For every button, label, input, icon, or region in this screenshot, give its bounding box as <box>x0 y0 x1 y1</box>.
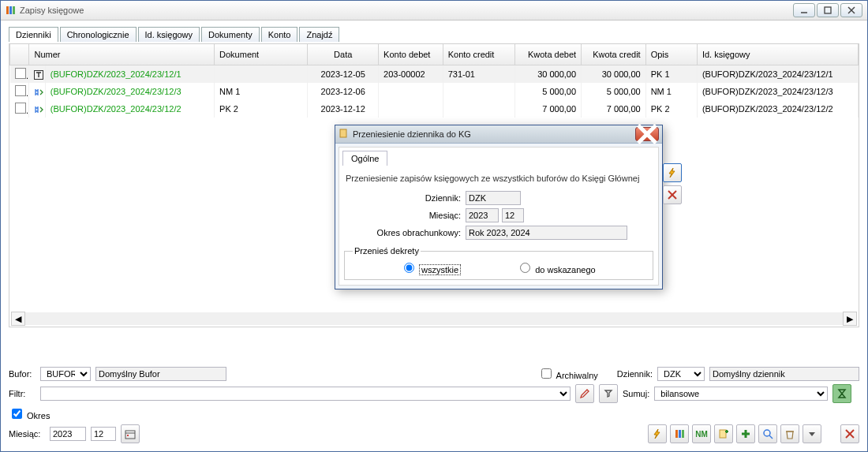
calendar-icon[interactable] <box>121 424 140 443</box>
col-konto-debet[interactable]: Konto debet <box>379 44 443 65</box>
archiwalny-label: Archiwalny <box>556 371 598 380</box>
dziennik-desc <box>709 367 859 381</box>
cell-konto-credit: 731-01 <box>443 65 515 84</box>
radio-do-wskazanego[interactable]: do wskazanego <box>516 260 596 275</box>
cell-id-ksiegowy: (BUFOR)DZK/2023_2024/23/12/2 <box>697 100 858 118</box>
nm-icon[interactable]: NM <box>692 424 711 443</box>
add-doc-icon[interactable] <box>714 424 733 443</box>
okres-label: Okres <box>27 411 50 420</box>
horizontal-scrollbar[interactable]: ◀ ▶ <box>11 312 857 325</box>
cell-numer[interactable]: (BUFOR)DZK/2023_2024/23/12/1 <box>45 65 214 84</box>
svg-rect-2 <box>13 6 15 14</box>
minimize-button[interactable] <box>793 3 815 17</box>
trash-menu-icon[interactable] <box>803 424 821 443</box>
cell-kwota-credit: 7 000,00 <box>582 100 646 118</box>
trash-icon[interactable] <box>780 424 799 443</box>
cell-konto-credit <box>443 83 515 100</box>
scroll-track[interactable] <box>25 312 843 325</box>
tab-idksiegowy[interactable]: Id. księgowy <box>138 27 200 42</box>
cell-dokument: PK 2 <box>215 100 308 118</box>
month-input[interactable] <box>91 427 116 441</box>
dialog-icon <box>339 128 350 140</box>
row-type-icon <box>29 83 45 100</box>
scroll-left-icon[interactable]: ◀ <box>11 312 25 326</box>
table-row[interactable]: (BUFOR)DZK/2023_2024/23/12/3NM 12023-12-… <box>10 83 859 100</box>
bufor-desc <box>95 367 226 381</box>
cell-kwota-debet: 7 000,00 <box>515 100 582 118</box>
table-row[interactable]: (BUFOR)DZK/2023_2024/23/12/12023-12-0520… <box>10 65 859 84</box>
col-kwota-credit[interactable]: Kwota credit <box>582 44 646 65</box>
row-checkbox[interactable] <box>15 85 26 96</box>
filter-tool-icon[interactable] <box>599 384 618 403</box>
miesiac-label: Miesiąc: <box>9 429 45 439</box>
plus-icon[interactable] <box>736 424 755 443</box>
archiwalny-checkbox[interactable]: Archiwalny <box>538 366 598 381</box>
svg-point-15 <box>764 430 770 436</box>
row-checkbox[interactable] <box>15 103 26 114</box>
dialog-month-input <box>502 208 524 222</box>
filtr-label: Filtr: <box>9 389 36 398</box>
maximize-button[interactable] <box>817 3 839 17</box>
col-opis[interactable]: Opis <box>645 44 697 65</box>
dialog-titlebar[interactable]: Przeniesienie dziennika do KG <box>335 125 662 144</box>
titlebar[interactable]: Zapisy księgowe <box>1 1 867 21</box>
col-id-ksiegowy[interactable]: Id. księgowy <box>697 44 858 65</box>
bufor-select[interactable]: BUFOR <box>40 367 91 381</box>
dialog-legend: Przenieś dekrety <box>353 246 421 256</box>
col-dokument[interactable]: Dokument <box>215 44 308 65</box>
svg-rect-20 <box>340 129 346 137</box>
filter-edit-icon[interactable] <box>575 384 594 403</box>
dialog-fieldset: Przenieś dekrety wszystkie do wskazanego <box>344 246 653 280</box>
sumuj-select[interactable]: bilansowe <box>654 387 828 401</box>
col-kwota-debet[interactable]: Kwota debet <box>515 44 582 65</box>
tab-konto[interactable]: Konto <box>261 27 298 42</box>
window-title: Zapisy księgowe <box>20 6 84 15</box>
row-type-icon <box>29 65 45 84</box>
dialog-run-icon[interactable] <box>663 163 682 182</box>
dialog-okres-label: Okres obrachunkowy: <box>342 228 466 237</box>
cell-konto-credit <box>443 100 515 118</box>
radio-do-wskazanego-label: do wskazanego <box>535 265 595 275</box>
cell-opis: PK 2 <box>645 100 697 118</box>
col-check[interactable] <box>10 44 29 65</box>
app-icon <box>6 5 17 16</box>
dialog-cancel-icon[interactable] <box>663 185 682 204</box>
cell-id-ksiegowy: (BUFOR)DZK/2023_2024/23/12/3 <box>697 83 858 100</box>
cell-kwota-debet: 30 000,00 <box>515 65 582 84</box>
radio-wszystkie[interactable]: wszystkie <box>400 260 461 275</box>
col-numer[interactable]: Numer <box>29 44 215 65</box>
dziennik-select[interactable]: DZK <box>657 367 705 381</box>
books-icon[interactable] <box>670 424 689 443</box>
table-row[interactable]: (BUFOR)DZK/2023_2024/23/12/2PK 22023-12-… <box>10 100 859 118</box>
tab-znajdz[interactable]: Znajdź <box>299 27 339 42</box>
scroll-right-icon[interactable]: ▶ <box>843 312 857 326</box>
row-checkbox[interactable] <box>15 68 26 79</box>
col-konto-credit[interactable]: Konto credit <box>443 44 515 65</box>
cell-konto-debet <box>379 83 443 100</box>
okres-checkbox[interactable]: Okres <box>9 406 50 421</box>
filtr-select[interactable] <box>40 387 571 401</box>
dialog-year-input <box>466 208 499 222</box>
close-panel-icon[interactable] <box>840 424 859 443</box>
dialog-tab-ogolne[interactable]: Ogólne <box>342 151 387 166</box>
dialog-close-button[interactable] <box>635 127 659 141</box>
lightning-icon[interactable] <box>648 424 667 443</box>
tab-chrono[interactable]: Chronologicznie <box>60 27 137 42</box>
radio-wszystkie-label: wszystkie <box>419 264 461 275</box>
cell-opis: PK 1 <box>645 65 697 84</box>
transfer-dialog[interactable]: Przeniesienie dziennika do KG Ogólne Prz… <box>335 125 663 290</box>
cell-opis: NM 1 <box>645 83 697 100</box>
cell-numer[interactable]: (BUFOR)DZK/2023_2024/23/12/2 <box>45 100 214 118</box>
svg-line-16 <box>769 435 773 439</box>
svg-rect-0 <box>6 6 9 14</box>
magnifier-icon[interactable] <box>758 424 777 443</box>
tab-dzienniki[interactable]: Dzienniki <box>9 27 58 42</box>
col-data[interactable]: Data <box>308 44 379 65</box>
year-input[interactable] <box>50 427 86 441</box>
close-button[interactable] <box>840 3 862 17</box>
cell-data: 2023-12-06 <box>308 83 379 100</box>
tab-dokumenty[interactable]: Dokumenty <box>201 27 260 42</box>
sum-sigma-icon[interactable] <box>832 384 851 403</box>
cell-kwota-credit: 5 000,00 <box>582 83 646 100</box>
cell-numer[interactable]: (BUFOR)DZK/2023_2024/23/12/3 <box>45 83 214 100</box>
